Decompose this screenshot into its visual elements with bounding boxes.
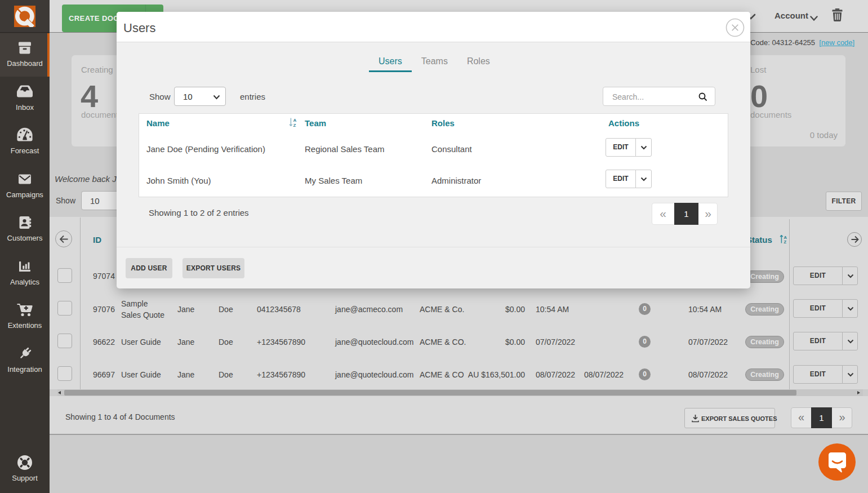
svg-text:Z: Z	[293, 123, 296, 127]
svg-text:Z: Z	[784, 239, 787, 244]
